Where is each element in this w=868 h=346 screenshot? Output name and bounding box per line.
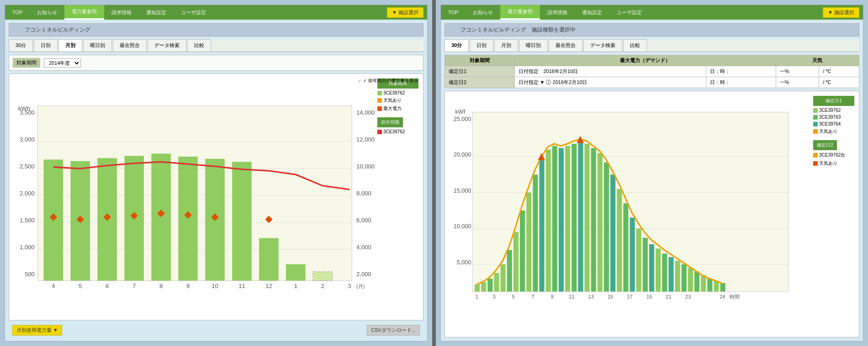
date1-button[interactable]: 備定日1	[813, 96, 854, 106]
tab-monthly[interactable]: 月別	[58, 39, 82, 52]
svg-rect-97	[688, 268, 693, 292]
row2-temp: / ℃	[819, 77, 859, 88]
svg-text:19: 19	[646, 294, 652, 299]
right-nav-notify[interactable]: 通知設定	[575, 5, 609, 20]
left-title: フコンミネルビルディング	[9, 23, 423, 37]
svg-text:24: 24	[720, 294, 725, 299]
left-chart-legend: 対象期間 3CE39762 天気あり 最大電力 前年同期	[377, 79, 418, 315]
right-nav-power[interactable]: 電力量参照	[500, 5, 540, 20]
svg-text:9: 9	[551, 294, 554, 299]
right-nav-top[interactable]: TOP	[441, 5, 466, 20]
svg-rect-66	[487, 278, 492, 291]
svg-rect-87	[623, 203, 628, 291]
right-legend-label-1: 3CE39762	[819, 108, 841, 113]
svg-rect-77	[559, 148, 564, 291]
svg-text:(月): (月)	[356, 283, 365, 289]
svg-rect-78	[565, 146, 570, 292]
svg-rect-75	[546, 150, 551, 292]
svg-rect-100	[707, 278, 712, 291]
row1-date[interactable]: 日付指定 2016年2月10日	[514, 66, 706, 77]
monthly-download-button[interactable]: 月別使用電力量 ▼	[12, 325, 62, 336]
right-tab-compare[interactable]: 比較	[623, 39, 647, 52]
legend-item-4: 3CE39762	[377, 129, 418, 134]
svg-rect-73	[533, 175, 538, 292]
nav-top[interactable]: TOP	[5, 5, 30, 20]
svg-rect-84	[604, 163, 609, 292]
svg-rect-86	[617, 189, 622, 292]
right-legend-label-4: 天気あり	[819, 128, 837, 135]
svg-rect-31	[313, 272, 333, 281]
svg-rect-72	[526, 193, 531, 292]
svg-text:8: 8	[159, 283, 163, 289]
tab-compare[interactable]: 比較	[187, 39, 211, 52]
th-maxpower: 最大電力（デマンド）	[514, 55, 776, 66]
svg-text:3: 3	[348, 283, 351, 289]
left-nav: TOP お知らせ 電力量参照 請求情報 通知設定 ユーザ設定 ▼ 施設選択	[5, 5, 427, 20]
prev-year-button[interactable]: 前年同期	[377, 117, 403, 127]
right-nav-billing[interactable]: 請求情報	[540, 5, 575, 20]
legend-item-2: 天気あり	[377, 97, 418, 104]
svg-text:11: 11	[238, 283, 245, 289]
svg-rect-81	[585, 144, 590, 292]
svg-text:500: 500	[25, 271, 35, 278]
tab-30min[interactable]: 30分	[9, 39, 33, 52]
right-tab-weekly[interactable]: 曜日別	[519, 39, 548, 52]
svg-text:8,000: 8,000	[356, 190, 371, 197]
right-facility-select-button[interactable]: ▼ 施設選択	[823, 7, 859, 18]
nav-notify[interactable]: 通知設定	[139, 5, 174, 20]
legend-color-3	[377, 106, 382, 111]
row1-label: 備定日1	[445, 66, 515, 77]
right-panel: TOP お知らせ 電力量参照 請求情報 通知設定 ユーザ設定 ▼ 施設選択 フコ…	[440, 5, 863, 341]
svg-text:5: 5	[79, 283, 82, 289]
svg-rect-71	[520, 210, 525, 292]
tab-comparison[interactable]: 最在照合	[113, 39, 147, 52]
svg-rect-64	[475, 284, 480, 292]
svg-text:5,000: 5,000	[457, 259, 471, 266]
svg-text:4: 4	[52, 283, 55, 289]
right-form-table: 対象期間 最大電力（デマンド） 天気 備定日1 日付指定 2016年2月10日 …	[445, 55, 859, 88]
svg-rect-91	[649, 244, 654, 292]
right-legend-color-3	[813, 122, 818, 126]
date2-button[interactable]: 備定日2	[813, 140, 837, 150]
left-panel: TOP お知らせ 電力量参照 請求情報 通知設定 ユーザ設定 ▼ 施設選択 フコ…	[5, 5, 428, 341]
tab-search[interactable]: データ検索	[148, 39, 186, 52]
svg-rect-65	[481, 282, 486, 291]
right-nav-user[interactable]: ユーザ設定	[609, 5, 649, 20]
svg-text:15: 15	[608, 294, 613, 299]
right-tab-daily[interactable]: 日別	[470, 39, 493, 52]
svg-rect-88	[630, 218, 635, 292]
period-select[interactable]: 2014年度	[44, 58, 81, 68]
th-weather: 天気	[776, 55, 859, 66]
right-tab-search[interactable]: データ検索	[583, 39, 622, 52]
nav-power[interactable]: 電力量参照	[64, 5, 104, 20]
nav-billing[interactable]: 請求情報	[104, 5, 139, 20]
svg-rect-94	[668, 257, 673, 291]
svg-rect-85	[610, 175, 615, 292]
svg-text:17: 17	[627, 294, 632, 299]
row1-time: 日：時：	[706, 66, 776, 77]
svg-rect-82	[591, 148, 596, 291]
row2-date[interactable]: 日付指定 ▼ ⓘ 2016年2月10日	[514, 77, 706, 88]
svg-rect-74	[540, 160, 545, 292]
facility-select-button[interactable]: ▼ 施設選択	[387, 7, 423, 18]
svg-rect-67	[494, 273, 499, 292]
right-legend-color-5	[813, 153, 818, 157]
tab-daily[interactable]: 日別	[34, 39, 58, 52]
right-legend-color-1	[813, 108, 818, 113]
right-tab-monthly[interactable]: 月別	[494, 39, 518, 52]
svg-text:1,000: 1,000	[20, 244, 35, 251]
svg-text:7: 7	[132, 283, 136, 289]
right-tabs: 30分 日別 月別 曜日別 最在照合 データ検索 比較	[445, 39, 859, 52]
svg-rect-29	[259, 238, 279, 281]
csv-download-button[interactable]: CSVダウンロード...	[367, 325, 420, 336]
legend-item-3: 最大電力	[377, 105, 418, 112]
svg-text:12,000: 12,000	[356, 136, 375, 143]
svg-rect-79	[572, 144, 577, 292]
right-tab-30min[interactable]: 30分	[445, 39, 469, 52]
nav-news[interactable]: お知らせ	[30, 5, 64, 20]
right-nav-news[interactable]: お知らせ	[466, 5, 500, 20]
tab-weekly[interactable]: 曜日別	[83, 39, 112, 52]
right-tab-comparison[interactable]: 最在照合	[549, 39, 582, 52]
nav-user[interactable]: ユーザ設定	[174, 5, 213, 20]
right-legend-label-2: 3CE39763	[819, 115, 841, 120]
